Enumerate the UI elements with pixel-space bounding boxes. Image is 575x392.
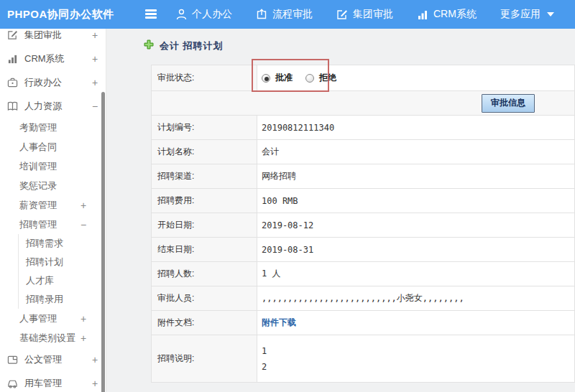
sidebar-item-human-resources[interactable]: 人力资源 − — [0, 94, 106, 118]
sidebar-item-label: 培训管理 — [19, 160, 88, 173]
nav-label: 流程审批 — [272, 8, 313, 21]
row-start-date: 开始日期: 2019-08-12 — [152, 213, 575, 238]
sidebar-item-recruitment-demand[interactable]: 招聘需求 — [26, 234, 106, 253]
nav-item-group-approval[interactable]: 集团审批 — [336, 8, 393, 21]
field-label: 招聘人数: — [152, 262, 257, 286]
row-plan-name: 计划名称: 会计 — [152, 140, 575, 164]
sidebar-item-personnel-contract[interactable]: 人事合同 — [0, 137, 106, 157]
nav-item-more-apps[interactable]: 更多应用 — [500, 8, 554, 21]
field-label: 结束日期: — [152, 238, 257, 262]
sidebar-item-label: 考勤管理 — [19, 121, 88, 134]
radio-reject[interactable] — [305, 74, 314, 83]
row-end-date: 结束日期: 2019-08-31 — [152, 238, 575, 262]
expand-icon[interactable]: + — [78, 332, 88, 344]
field-value: 2019-08-31 — [257, 238, 575, 262]
row-headcount: 招聘人数: 1 人 — [152, 262, 575, 286]
attachment-download-link[interactable]: 附件下载 — [262, 317, 296, 327]
row-approval-status: 审批状态: 批准 拒绝 — [152, 65, 575, 91]
field-value: 2019-08-12 — [257, 213, 575, 238]
expand-icon[interactable]: + — [90, 53, 100, 65]
field-label: 附件文档: — [152, 311, 257, 335]
sidebar-item-talent-pool[interactable]: 人才库 — [26, 271, 106, 290]
expand-icon[interactable]: + — [78, 200, 88, 211]
sidebar-item-label: 奖惩记录 — [19, 179, 88, 192]
edit-square-icon — [336, 9, 348, 20]
radio-approve[interactable] — [262, 74, 270, 83]
page-title-bar: 会计 招聘计划 — [106, 29, 575, 52]
row-plan-number: 计划编号: 20190812111340 — [152, 116, 575, 140]
sidebar-item-vehicle-management[interactable]: 用车管理 + — [0, 371, 106, 392]
field-label: 开始日期: — [152, 213, 257, 238]
nav-item-crm-system[interactable]: CRM系统 — [417, 8, 477, 21]
sidebar-item-salary-management[interactable]: 薪资管理 + — [0, 195, 106, 215]
field-label: 计划编号: — [152, 116, 257, 140]
sidebar-item-document-management[interactable]: 公文管理 + — [0, 347, 106, 371]
recruitment-submenu: 招聘需求 招聘计划 人才库 招聘录用 — [18, 234, 106, 309]
app-header: PHPOA协同办公软件 个人办公 流程审批 集团审批 CRM系统 — [0, 0, 575, 29]
car-icon — [6, 378, 19, 388]
field-value: 20190812111340 — [257, 116, 575, 140]
sidebar-item-label: 公文管理 — [24, 353, 90, 366]
sidebar-item-training-management[interactable]: 培训管理 — [0, 157, 106, 176]
expand-icon[interactable]: + — [90, 378, 100, 389]
sidebar-item-group-approval[interactable]: 集团审批 + — [0, 29, 106, 47]
sidebar-item-label: 招聘需求 — [26, 237, 63, 250]
nav-item-flow-approval[interactable]: 流程审批 — [256, 8, 313, 21]
hamburger-menu-icon[interactable] — [145, 9, 157, 19]
collapse-icon[interactable]: − — [78, 219, 88, 230]
radio-reject-label[interactable]: 拒绝 — [319, 72, 336, 84]
sidebar-item-recruitment-management[interactable]: 招聘管理 − — [0, 215, 106, 234]
sidebar-item-basic-category-settings[interactable]: 基础类别设置 + — [0, 328, 106, 347]
description-line: 2 — [262, 359, 574, 375]
row-recruitment-cost: 招聘费用: 100 RMB — [152, 189, 575, 213]
sidebar-item-label: 人事合同 — [19, 141, 88, 154]
expand-icon[interactable]: + — [90, 77, 100, 88]
row-recruitment-description: 招聘说明: 1 2 — [152, 335, 575, 383]
description-line: 1 — [262, 343, 574, 359]
sidebar-item-crm-system[interactable]: CRM系统 + — [0, 47, 106, 70]
approval-info-button[interactable]: 审批信息 — [482, 94, 535, 113]
sidebar-item-label: 人事管理 — [19, 312, 78, 325]
approval-status-radio-group: 批准 拒绝 — [262, 72, 574, 84]
sidebar-item-attendance-management[interactable]: 考勤管理 — [0, 118, 106, 137]
collapse-icon[interactable]: − — [90, 101, 100, 112]
expand-icon[interactable]: + — [90, 354, 100, 365]
document-icon — [6, 355, 19, 365]
sidebar-item-label: 用车管理 — [24, 377, 90, 390]
sidebar-scrollbar[interactable] — [101, 92, 105, 392]
field-label: 审批人员: — [152, 286, 257, 311]
top-nav: 个人办公 流程审批 集团审批 CRM系统 更多应用 — [176, 0, 575, 29]
field-label: 招聘费用: — [152, 189, 257, 213]
nav-label: CRM系统 — [433, 8, 477, 21]
field-label: 计划名称: — [152, 140, 257, 164]
nav-label: 个人办公 — [192, 8, 232, 21]
bar-chart-icon — [417, 9, 428, 20]
sidebar-item-label: 集团审批 — [24, 29, 90, 42]
sidebar-item-recruitment-plan[interactable]: 招聘计划 — [26, 253, 106, 271]
row-attachment: 附件文档: 附件下载 — [152, 311, 575, 335]
row-recruitment-channel: 招聘渠道: 网络招聘 — [152, 164, 575, 189]
add-icon — [144, 39, 154, 52]
edit-square-icon — [6, 29, 19, 40]
sidebar-item-label: 行政办公 — [24, 76, 90, 89]
expand-icon[interactable]: + — [90, 29, 100, 41]
sidebar-item-admin-office[interactable]: 行政办公 + — [0, 70, 106, 94]
field-label: 招聘说明: — [152, 335, 257, 383]
radio-approve-label[interactable]: 批准 — [275, 72, 293, 84]
field-label: 审批状态: — [152, 65, 257, 91]
sidebar-item-label: CRM系统 — [24, 52, 90, 65]
nav-label: 更多应用 — [500, 8, 540, 21]
sidebar-item-label: 薪资管理 — [19, 199, 78, 212]
page-title: 会计 招聘计划 — [160, 39, 224, 52]
sidebar-item-personnel-management[interactable]: 人事管理 + — [0, 309, 106, 328]
sidebar-item-recruitment-hiring[interactable]: 招聘录用 — [26, 290, 106, 309]
sidebar-item-label: 招聘录用 — [26, 293, 63, 306]
sidebar-item-label: 人才库 — [26, 274, 54, 287]
row-approvers: 审批人员: ,,,,,,,,,,,,,,,,,,,,,,,,,,小尧女,,,,,… — [152, 286, 575, 311]
expand-icon[interactable]: + — [78, 313, 88, 325]
caret-down-icon — [547, 12, 554, 17]
nav-item-personal-office[interactable]: 个人办公 — [176, 8, 232, 21]
sidebar-item-reward-punishment-records[interactable]: 奖惩记录 — [0, 176, 106, 195]
book-icon — [6, 101, 19, 111]
field-value: 网络招聘 — [257, 164, 575, 189]
